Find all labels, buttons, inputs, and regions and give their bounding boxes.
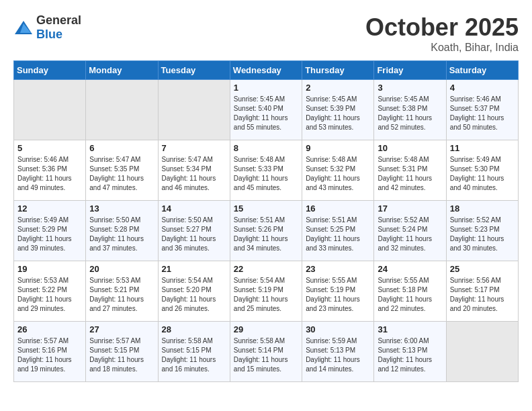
table-row: 12 Sunrise: 5:49 AMSunset: 5:29 PMDaylig… — [14, 201, 86, 261]
day-info: Sunrise: 5:47 AMSunset: 5:35 PMDaylight:… — [89, 155, 154, 193]
location: Koath, Bihar, India — [365, 42, 519, 54]
day-info: Sunrise: 5:52 AMSunset: 5:23 PMDaylight:… — [450, 216, 515, 253]
table-row: 20 Sunrise: 5:53 AMSunset: 5:21 PMDaylig… — [86, 261, 158, 322]
col-thursday: Thursday — [302, 61, 374, 80]
logo-text: General Blue — [36, 13, 81, 42]
day-number: 18 — [450, 203, 515, 214]
table-row: 15 Sunrise: 5:51 AMSunset: 5:26 PMDaylig… — [230, 201, 302, 261]
table-row: 10 Sunrise: 5:48 AMSunset: 5:31 PMDaylig… — [374, 140, 446, 201]
day-number: 4 — [450, 83, 515, 93]
day-info: Sunrise: 5:48 AMSunset: 5:31 PMDaylight:… — [378, 155, 442, 193]
day-number: 31 — [378, 324, 442, 334]
col-wednesday: Wednesday — [230, 61, 302, 80]
table-row — [446, 322, 518, 382]
day-number: 6 — [89, 143, 154, 153]
day-info: Sunrise: 5:52 AMSunset: 5:24 PMDaylight:… — [378, 216, 442, 253]
table-row: 27 Sunrise: 5:57 AMSunset: 5:15 PMDaylig… — [86, 322, 158, 382]
day-info: Sunrise: 5:45 AMSunset: 5:39 PMDaylight:… — [306, 95, 370, 132]
table-row: 31 Sunrise: 6:00 AMSunset: 5:13 PMDaylig… — [374, 322, 446, 382]
day-info: Sunrise: 5:46 AMSunset: 5:37 PMDaylight:… — [450, 95, 515, 132]
day-number: 8 — [234, 143, 298, 153]
day-info: Sunrise: 6:00 AMSunset: 5:13 PMDaylight:… — [378, 336, 442, 374]
day-info: Sunrise: 5:55 AMSunset: 5:19 PMDaylight:… — [306, 276, 370, 314]
day-info: Sunrise: 5:58 AMSunset: 5:15 PMDaylight:… — [162, 336, 226, 374]
day-number: 13 — [89, 203, 154, 214]
col-tuesday: Tuesday — [158, 61, 230, 80]
table-row: 7 Sunrise: 5:47 AMSunset: 5:34 PMDayligh… — [158, 140, 230, 201]
logo-blue: Blue — [36, 28, 62, 41]
day-info: Sunrise: 5:48 AMSunset: 5:33 PMDaylight:… — [234, 155, 298, 193]
day-number: 7 — [162, 143, 226, 153]
table-row: 22 Sunrise: 5:54 AMSunset: 5:19 PMDaylig… — [230, 261, 302, 322]
table-row: 9 Sunrise: 5:48 AMSunset: 5:32 PMDayligh… — [302, 140, 374, 201]
day-info: Sunrise: 5:57 AMSunset: 5:16 PMDaylight:… — [17, 336, 82, 374]
day-number: 11 — [450, 143, 515, 153]
table-row: 30 Sunrise: 5:59 AMSunset: 5:13 PMDaylig… — [302, 322, 374, 382]
day-number: 15 — [234, 203, 298, 214]
day-info: Sunrise: 5:59 AMSunset: 5:13 PMDaylight:… — [306, 336, 370, 374]
day-info: Sunrise: 5:54 AMSunset: 5:20 PMDaylight:… — [162, 276, 226, 314]
table-row: 2 Sunrise: 5:45 AMSunset: 5:39 PMDayligh… — [302, 80, 374, 140]
logo-general: General — [36, 13, 81, 27]
table-row — [86, 80, 158, 140]
table-row: 23 Sunrise: 5:55 AMSunset: 5:19 PMDaylig… — [302, 261, 374, 322]
day-info: Sunrise: 5:46 AMSunset: 5:36 PMDaylight:… — [17, 155, 82, 193]
day-number: 30 — [306, 324, 370, 334]
day-number: 3 — [378, 83, 442, 93]
col-friday: Friday — [374, 61, 446, 80]
table-row: 25 Sunrise: 5:56 AMSunset: 5:17 PMDaylig… — [446, 261, 518, 322]
page-header: General Blue October 2025 Koath, Bihar, … — [13, 13, 519, 54]
table-row — [14, 80, 86, 140]
day-info: Sunrise: 5:55 AMSunset: 5:18 PMDaylight:… — [378, 276, 442, 314]
day-info: Sunrise: 5:58 AMSunset: 5:14 PMDaylight:… — [234, 336, 298, 374]
table-row: 28 Sunrise: 5:58 AMSunset: 5:15 PMDaylig… — [158, 322, 230, 382]
day-number: 9 — [306, 143, 370, 153]
day-number: 12 — [17, 203, 82, 214]
table-row: 6 Sunrise: 5:47 AMSunset: 5:35 PMDayligh… — [86, 140, 158, 201]
day-info: Sunrise: 5:53 AMSunset: 5:22 PMDaylight:… — [17, 276, 82, 314]
header-row: Sunday Monday Tuesday Wednesday Thursday… — [14, 61, 519, 80]
table-row: 11 Sunrise: 5:49 AMSunset: 5:30 PMDaylig… — [446, 140, 518, 201]
calendar-row: 1 Sunrise: 5:45 AMSunset: 5:40 PMDayligh… — [14, 80, 519, 140]
day-number: 1 — [234, 83, 298, 93]
table-row: 26 Sunrise: 5:57 AMSunset: 5:16 PMDaylig… — [14, 322, 86, 382]
day-info: Sunrise: 5:47 AMSunset: 5:34 PMDaylight:… — [162, 155, 226, 193]
table-row: 3 Sunrise: 5:45 AMSunset: 5:38 PMDayligh… — [374, 80, 446, 140]
day-number: 20 — [89, 264, 154, 274]
day-number: 24 — [378, 264, 442, 274]
table-row: 8 Sunrise: 5:48 AMSunset: 5:33 PMDayligh… — [230, 140, 302, 201]
title-area: October 2025 Koath, Bihar, India — [365, 13, 519, 54]
day-info: Sunrise: 5:56 AMSunset: 5:17 PMDaylight:… — [450, 276, 515, 314]
table-row: 1 Sunrise: 5:45 AMSunset: 5:40 PMDayligh… — [230, 80, 302, 140]
day-info: Sunrise: 5:49 AMSunset: 5:29 PMDaylight:… — [17, 216, 82, 253]
day-info: Sunrise: 5:57 AMSunset: 5:15 PMDaylight:… — [89, 336, 154, 374]
day-number: 25 — [450, 264, 515, 274]
table-row — [158, 80, 230, 140]
day-info: Sunrise: 5:50 AMSunset: 5:28 PMDaylight:… — [89, 216, 154, 253]
day-number: 2 — [306, 83, 370, 93]
table-row: 13 Sunrise: 5:50 AMSunset: 5:28 PMDaylig… — [86, 201, 158, 261]
day-info: Sunrise: 5:53 AMSunset: 5:21 PMDaylight:… — [89, 276, 154, 314]
day-number: 10 — [378, 143, 442, 153]
table-row: 14 Sunrise: 5:50 AMSunset: 5:27 PMDaylig… — [158, 201, 230, 261]
table-row: 16 Sunrise: 5:51 AMSunset: 5:25 PMDaylig… — [302, 201, 374, 261]
table-row: 19 Sunrise: 5:53 AMSunset: 5:22 PMDaylig… — [14, 261, 86, 322]
day-info: Sunrise: 5:50 AMSunset: 5:27 PMDaylight:… — [162, 216, 226, 253]
day-info: Sunrise: 5:51 AMSunset: 5:26 PMDaylight:… — [234, 216, 298, 253]
logo: General Blue — [13, 13, 81, 42]
table-row: 29 Sunrise: 5:58 AMSunset: 5:14 PMDaylig… — [230, 322, 302, 382]
day-number: 22 — [234, 264, 298, 274]
calendar-row: 19 Sunrise: 5:53 AMSunset: 5:22 PMDaylig… — [14, 261, 519, 322]
table-row: 5 Sunrise: 5:46 AMSunset: 5:36 PMDayligh… — [14, 140, 86, 201]
month-title: October 2025 — [365, 13, 519, 42]
day-number: 16 — [306, 203, 370, 214]
day-number: 17 — [378, 203, 442, 214]
day-number: 21 — [162, 264, 226, 274]
col-saturday: Saturday — [446, 61, 518, 80]
calendar-table: Sunday Monday Tuesday Wednesday Thursday… — [13, 60, 519, 382]
day-number: 28 — [162, 324, 226, 334]
day-number: 23 — [306, 264, 370, 274]
day-info: Sunrise: 5:51 AMSunset: 5:25 PMDaylight:… — [306, 216, 370, 253]
calendar-row: 26 Sunrise: 5:57 AMSunset: 5:16 PMDaylig… — [14, 322, 519, 382]
day-info: Sunrise: 5:45 AMSunset: 5:38 PMDaylight:… — [378, 95, 442, 132]
